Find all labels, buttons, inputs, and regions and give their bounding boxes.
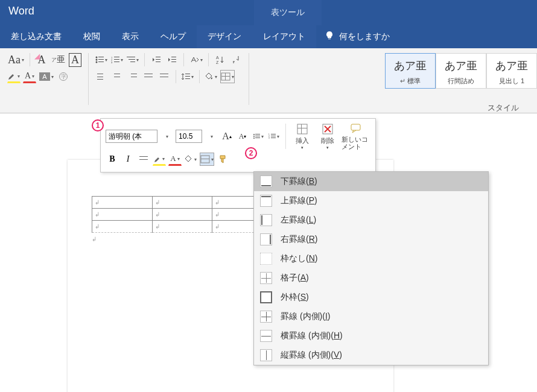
svg-rect-19 xyxy=(171,59,176,60)
border-icon xyxy=(260,330,272,342)
border-icon xyxy=(260,311,272,323)
asian-layout-button[interactable] xyxy=(189,53,203,66)
border-menu-label: 格子(A) xyxy=(281,273,309,283)
show-marks-button[interactable] xyxy=(229,53,243,66)
shading-button[interactable] xyxy=(205,70,218,83)
highlight-button[interactable] xyxy=(7,70,21,83)
tab-layout[interactable]: レイアウト xyxy=(252,25,316,48)
phonetic-guide-button[interactable]: ア亜 xyxy=(51,53,66,66)
format-painter-button[interactable] xyxy=(217,153,230,166)
increase-indent-button[interactable] xyxy=(165,53,179,66)
border-menu-item-right[interactable]: 右罫線(R) xyxy=(254,230,488,249)
ribbon-tabs: 差し込み文書 校閲 表示 ヘルプ デザイン レイアウト 何をしますか xyxy=(0,25,537,48)
new-comment-button[interactable]: 新しいコメント xyxy=(342,122,370,150)
border-icon xyxy=(260,233,272,245)
tab-help[interactable]: ヘルプ xyxy=(150,25,197,48)
insert-label: 挿入 xyxy=(296,136,309,145)
multilevel-list-button[interactable] xyxy=(126,53,139,66)
mini-font-color-button[interactable]: A xyxy=(168,153,182,166)
font-size-dropdown[interactable] xyxy=(205,130,218,143)
justify-button[interactable] xyxy=(142,70,155,83)
svg-rect-32 xyxy=(255,136,260,136)
border-menu-item-vinner[interactable]: 縦罫線 (内側)(V) xyxy=(254,346,488,365)
mini-bullets-button[interactable] xyxy=(252,130,265,143)
mini-shading-button[interactable] xyxy=(184,153,197,166)
character-shading-button[interactable]: A xyxy=(39,70,54,83)
border-menu-label: 罫線 (内側)(I) xyxy=(281,311,330,322)
style-nospacing[interactable]: あア亜 行間詰め xyxy=(436,53,486,89)
svg-rect-11 xyxy=(114,62,119,62)
svg-rect-45 xyxy=(351,124,360,130)
bold-button[interactable]: B xyxy=(106,153,119,166)
mini-highlight-button[interactable] xyxy=(153,153,166,166)
table-row: ↲↲↲ xyxy=(92,209,273,221)
title-bar: Word 表ツール xyxy=(0,0,537,25)
mini-borders-button[interactable] xyxy=(200,153,214,166)
borders-menu: 下罫線(B)上罫線(P)左罫線(L)右罫線(R)枠なし(N)格子(A)外枠(S)… xyxy=(253,171,489,365)
app-title: Word xyxy=(0,0,43,22)
bullets-button[interactable] xyxy=(95,53,108,66)
font-size-input[interactable] xyxy=(176,130,202,143)
tell-me-search[interactable]: 何をしますか xyxy=(339,31,390,42)
border-menu-item-grid[interactable]: 格子(A) xyxy=(254,268,488,288)
svg-rect-5 xyxy=(98,62,104,62)
svg-text:A: A xyxy=(216,55,219,60)
table-cell: ↲ xyxy=(152,209,212,221)
grow-font-button[interactable]: A▴ xyxy=(220,130,234,143)
tab-mailmerge[interactable]: 差し込み文書 xyxy=(0,25,72,48)
tab-review[interactable]: 校閲 xyxy=(72,25,111,48)
style-heading1[interactable]: あア亜 見出し 1 xyxy=(486,53,537,89)
border-menu-item-outer[interactable]: 外枠(S) xyxy=(254,288,488,307)
italic-button[interactable]: I xyxy=(121,153,135,166)
table-cell: ↲ xyxy=(92,197,153,209)
decrease-indent-button[interactable] xyxy=(150,53,163,66)
svg-text:Z: Z xyxy=(216,60,219,64)
delete-button[interactable]: 削除▾ xyxy=(316,123,339,150)
border-icon xyxy=(260,214,272,226)
styles-gallery[interactable]: あア亜 標準 あア亜 行間詰め あア亜 見出し 1 xyxy=(385,53,537,89)
border-menu-item-none[interactable]: 枠なし(N) xyxy=(254,249,488,268)
document-table[interactable]: ↲↲↲ ↲↲↲ ↲↲↲ xyxy=(92,196,273,233)
insert-button[interactable]: 挿入▾ xyxy=(291,123,314,150)
style-normal[interactable]: あア亜 標準 xyxy=(385,53,436,89)
sort-button[interactable]: AZ xyxy=(214,53,227,66)
tab-design[interactable]: デザイン xyxy=(197,25,252,48)
align-left-button[interactable] xyxy=(95,70,108,83)
align-center-button[interactable] xyxy=(110,70,124,83)
enclose-characters-button[interactable]: 字 xyxy=(57,70,70,83)
border-menu-item-bottom[interactable]: 下罫線(B) xyxy=(254,172,488,191)
font-name-dropdown[interactable] xyxy=(160,130,173,143)
border-menu-item-inner[interactable]: 罫線 (内側)(I) xyxy=(254,307,488,326)
border-menu-label: 外枠(S) xyxy=(281,292,309,303)
annotation-1: 1 xyxy=(92,119,104,131)
svg-rect-12 xyxy=(127,57,135,57)
shrink-font-button[interactable]: A▾ xyxy=(236,130,249,143)
border-menu-item-left[interactable]: 左罫線(L) xyxy=(254,210,488,230)
table-row: ↲↲↲ xyxy=(92,197,273,209)
border-icon xyxy=(260,253,272,265)
border-menu-item-top[interactable]: 上罫線(P) xyxy=(254,191,488,210)
svg-rect-20 xyxy=(171,62,176,62)
change-case-button[interactable]: Aa xyxy=(7,53,25,66)
style-sample: あア亜 xyxy=(445,58,477,73)
font-color-button[interactable]: A xyxy=(23,70,36,83)
distributed-button[interactable] xyxy=(157,70,171,83)
character-border-button[interactable]: A xyxy=(68,53,82,66)
annotation-2: 2 xyxy=(245,147,257,159)
svg-point-2 xyxy=(96,59,98,61)
svg-rect-28 xyxy=(225,73,226,80)
mini-align-button[interactable] xyxy=(137,153,150,166)
borders-button[interactable] xyxy=(220,70,235,83)
line-spacing-button[interactable] xyxy=(181,70,194,83)
clear-formatting-button[interactable]: A◢ xyxy=(35,53,48,66)
border-icon xyxy=(260,175,272,188)
border-menu-label: 横罫線 (内側)(H) xyxy=(281,330,343,341)
tab-view[interactable]: 表示 xyxy=(111,25,150,48)
numbering-button[interactable]: 123 xyxy=(110,53,124,66)
mini-numbering-button[interactable]: 123 xyxy=(267,130,281,143)
align-right-button[interactable] xyxy=(126,70,139,83)
border-menu-item-hinner[interactable]: 横罫線 (内側)(H) xyxy=(254,326,488,346)
font-name-input[interactable] xyxy=(106,130,157,143)
style-sample: あア亜 xyxy=(495,58,528,73)
border-menu-label: 縦罫線 (内側)(V) xyxy=(281,350,342,361)
